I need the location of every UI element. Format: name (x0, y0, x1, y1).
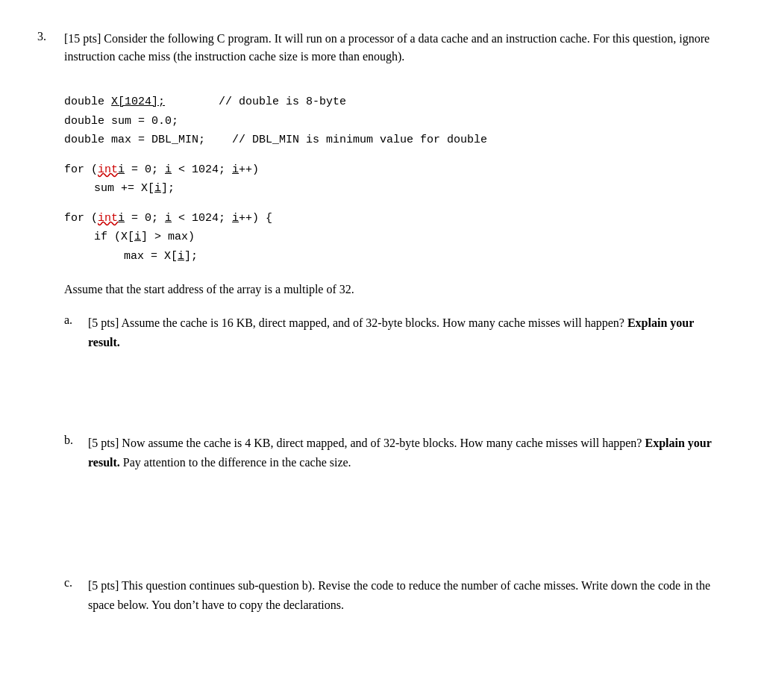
sub-letter-c: c. (64, 576, 79, 614)
code-sum: double sum = 0.0; (64, 112, 178, 131)
code-line-3: double max = DBL_MIN; // DBL_MIN is mini… (64, 131, 727, 150)
answer-space-a (88, 351, 727, 419)
code-spacing-2 (64, 199, 727, 209)
code-int-1: int (98, 160, 118, 180)
sub-b-text2: Pay attention to the difference in the c… (120, 456, 351, 469)
code-max-assign: max = X[i]; (124, 247, 198, 266)
sub-letter-a: a. (64, 313, 79, 419)
code-for-2: for ( (64, 209, 98, 228)
code-comment-3: // DBL_MIN is minimum value for double (205, 131, 487, 150)
sub-text-b: [5 pts] Now assume the cache is 4 KB, di… (88, 434, 727, 561)
code-line-8: max = X[i]; (124, 247, 727, 266)
sub-question-c: c. [5 pts] This question continues sub-q… (64, 576, 727, 614)
sub-c-text: [5 pts] This question continues sub-ques… (88, 579, 710, 611)
answer-space-b (88, 472, 727, 561)
code-line-5: sum += X[i]; (94, 179, 727, 199)
question-number: 3. (37, 30, 55, 66)
code-comment-1: // double is 8-byte (165, 93, 346, 112)
code-if: if (X[i] > max) (94, 228, 195, 247)
sub-text-a: [5 pts] Assume the cache is 16 KB, direc… (88, 313, 727, 419)
code-spacing-1 (64, 150, 727, 160)
sub-b-text: [5 pts] Now assume the cache is 4 KB, di… (88, 437, 645, 449)
code-block: double X[1024]; // double is 8-byte doub… (64, 93, 727, 266)
code-double-1: double X[1024]; (64, 93, 165, 112)
code-int-2: int (98, 209, 118, 228)
question-header: 3. [15 pts] Consider the following C pro… (37, 30, 727, 66)
code-sum-line: sum += X[i]; (94, 179, 175, 199)
code-line-2: double sum = 0.0; (64, 112, 727, 131)
code-for-1b: i = 0; i < 1024; i++) (118, 160, 259, 180)
code-line-6: for (int i = 0; i < 1024; i++) { (64, 209, 727, 228)
code-line-1: double X[1024]; // double is 8-byte (64, 93, 727, 112)
code-for-2b: i = 0; i < 1024; i++) { (118, 209, 272, 228)
sub-question-b: b. [5 pts] Now assume the cache is 4 KB,… (64, 434, 727, 561)
question-intro: [15 pts] Consider the following C progra… (64, 30, 727, 66)
question-3: 3. [15 pts] Consider the following C pro… (37, 30, 727, 630)
sub-a-text: [5 pts] Assume the cache is 16 KB, direc… (88, 316, 627, 329)
code-for-1: for ( (64, 160, 98, 180)
code-line-7: if (X[i] > max) (94, 228, 727, 247)
sub-letter-b: b. (64, 434, 79, 561)
code-max: double max = DBL_MIN; (64, 131, 205, 150)
sub-question-a: a. [5 pts] Assume the cache is 16 KB, di… (64, 313, 727, 419)
sub-text-c: [5 pts] This question continues sub-ques… (88, 576, 727, 614)
code-line-4: for (int i = 0; i < 1024; i++) (64, 160, 727, 180)
assumption-text: Assume that the start address of the arr… (64, 281, 727, 299)
sub-questions: a. [5 pts] Assume the cache is 16 KB, di… (64, 313, 727, 630)
